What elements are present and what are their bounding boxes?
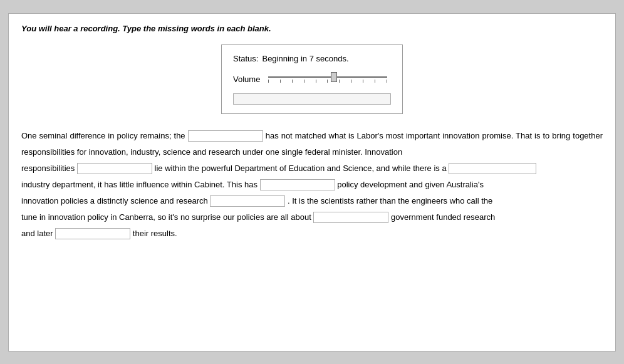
volume-handle[interactable] — [331, 72, 337, 82]
blank-6[interactable] — [313, 212, 388, 223]
main-container: You will hear a recording. Type the miss… — [8, 13, 616, 351]
volume-tick — [339, 80, 340, 83]
blank-4[interactable] — [260, 179, 335, 190]
player-box: Status: Beginning in 7 seconds. Volume — [221, 44, 403, 114]
volume-tick — [268, 80, 269, 83]
line7-after: their results. — [133, 229, 177, 238]
line3-after: lie within the powerful Department of Ed… — [155, 164, 447, 173]
volume-tick-row — [268, 80, 387, 83]
line4-before: industry department, it has little influ… — [21, 180, 257, 189]
volume-tick — [351, 80, 351, 83]
line1-after: has not matched what is Labor's most imp… — [266, 131, 514, 140]
line4-after: policy development and given Australia's — [337, 180, 484, 189]
line6-after: government funded research — [391, 212, 495, 222]
text-area: One seminal difference in policy remains… — [21, 128, 603, 242]
status-value: Beginning in 7 seconds. — [262, 54, 348, 63]
volume-row: Volume — [233, 75, 391, 85]
line5-after: . It is the scientists rather than the e… — [288, 196, 492, 205]
line5-before: innovation policies a distinctly science… — [21, 196, 208, 205]
volume-tick — [327, 80, 328, 83]
volume-tick — [363, 80, 363, 83]
volume-tick — [280, 80, 281, 83]
volume-tick — [316, 80, 316, 83]
line6-before: tune in innovation policy in Canberra, s… — [21, 212, 311, 222]
instructions: You will hear a recording. Type the miss… — [21, 24, 603, 33]
volume-tick — [304, 80, 304, 83]
volume-slider-container[interactable] — [268, 75, 387, 85]
line3-before: responsibilities — [21, 164, 75, 173]
blank-7[interactable] — [55, 228, 130, 239]
volume-label: Volume — [233, 75, 262, 84]
volume-tick — [387, 80, 387, 83]
line7-before: and later — [21, 229, 53, 238]
blank-3[interactable] — [449, 163, 536, 174]
blank-5[interactable] — [210, 195, 285, 207]
progress-bar-container — [233, 93, 391, 105]
blank-2[interactable] — [77, 163, 152, 174]
status-row: Status: Beginning in 7 seconds. — [233, 54, 391, 63]
progress-bar[interactable] — [233, 93, 391, 105]
line1-before: One seminal difference in policy remains… — [21, 131, 185, 140]
volume-track — [268, 76, 387, 78]
volume-tick — [375, 80, 375, 83]
blank-1[interactable] — [188, 130, 263, 142]
player-wrapper: Status: Beginning in 7 seconds. Volume — [21, 44, 603, 114]
volume-tick — [292, 80, 293, 83]
status-label: Status: — [233, 54, 258, 63]
